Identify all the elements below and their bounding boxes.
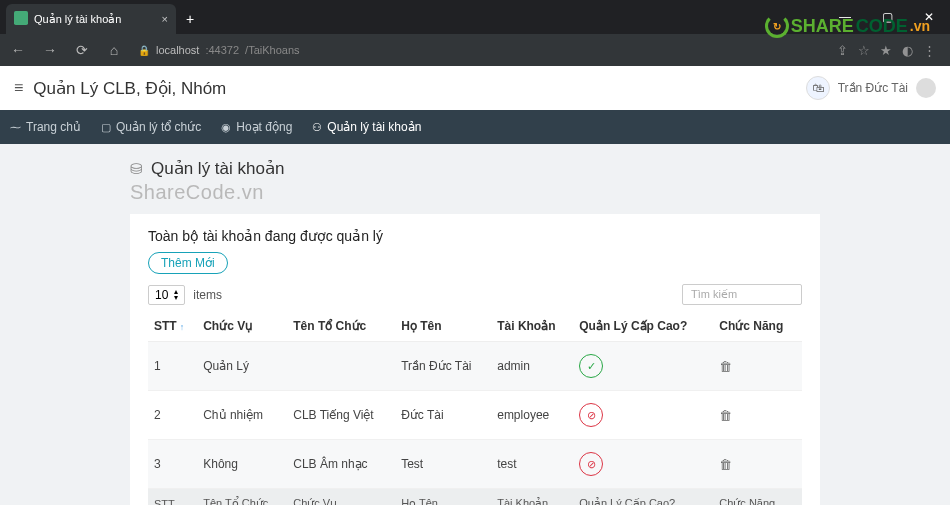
nav-activity[interactable]: ◉Hoạt động — [221, 120, 292, 134]
user-name: Trần Đức Tài — [838, 81, 908, 95]
fcol-hoten: Họ Tên — [395, 489, 491, 506]
nav-account[interactable]: ⚇Quản lý tài khoản — [312, 120, 421, 134]
page-heading: ⛁ Quản lý tài khoản — [130, 158, 820, 179]
content-area: ⛁ Quản lý tài khoản ShareCode.vn Toàn bộ… — [0, 144, 950, 505]
trash-icon[interactable]: 🗑 — [719, 408, 732, 423]
table-row: 3KhôngCLB Âm nhạcTesttest⊘🗑 — [148, 440, 802, 489]
back-button[interactable]: ← — [6, 42, 30, 58]
svg-rect-0 — [14, 11, 28, 25]
accounts-card: Toàn bộ tài khoản đang được quản lý Thêm… — [130, 214, 820, 505]
col-tochuc[interactable]: Tên Tổ Chức — [287, 311, 395, 342]
tab-close-icon[interactable]: × — [162, 13, 168, 25]
fcol-taikhoan: Tài Khoản — [491, 489, 573, 506]
fcol-tochuc: Tên Tổ Chức — [197, 489, 287, 506]
menu-icon[interactable]: ⋮ — [923, 43, 936, 58]
page-length-select[interactable]: 10▴▾ — [148, 285, 185, 305]
cell-stt: 1 — [148, 342, 197, 391]
fcol-stt: STT — [148, 489, 197, 506]
database-icon: ⛁ — [130, 160, 143, 178]
eye-icon: ◉ — [221, 121, 231, 134]
fcol-chucvu: Chức Vụ — [287, 489, 395, 506]
col-chucnang[interactable]: Chức Năng — [713, 311, 802, 342]
nav-home[interactable]: ⁓Trang chủ — [10, 120, 81, 134]
col-stt[interactable]: STT↑ — [148, 311, 197, 342]
cell-tochuc: CLB Âm nhạc — [287, 440, 395, 489]
cross-icon: ⊘ — [579, 452, 603, 476]
profile-icon[interactable]: ◐ — [902, 43, 913, 58]
cell-taikhoan: admin — [491, 342, 573, 391]
extension-icon[interactable]: ★ — [880, 43, 892, 58]
cross-icon: ⊘ — [579, 403, 603, 427]
home-button[interactable]: ⌂ — [102, 42, 126, 58]
menu-toggle-icon[interactable]: ≡ — [14, 79, 23, 97]
app-title: Quản Lý CLB, Đội, Nhóm — [33, 78, 226, 99]
cell-tochuc — [287, 342, 395, 391]
select-arrows-icon: ▴▾ — [174, 289, 178, 300]
col-capcao[interactable]: Quản Lý Cấp Cao? — [573, 311, 713, 342]
cell-action: 🗑 — [713, 391, 802, 440]
person-icon: ⚇ — [312, 121, 322, 134]
table-row: 2Chủ nhiệmCLB Tiếng ViệtĐức Tàiemployee⊘… — [148, 391, 802, 440]
fcol-chucnang: Chức Năng — [713, 489, 802, 506]
lock-icon: 🔒 — [138, 45, 150, 56]
cell-hoten: Test — [395, 440, 491, 489]
cell-chucvu: Quản Lý — [197, 342, 287, 391]
col-chucvu[interactable]: Chức Vụ — [197, 311, 287, 342]
url-host: localhost — [156, 44, 199, 56]
table-row: 1Quản LýTrần Đức Tàiadmin✓🗑 — [148, 342, 802, 391]
search-input[interactable]: Tìm kiếm — [682, 284, 802, 305]
sort-asc-icon: ↑ — [180, 322, 185, 332]
accounts-table: STT↑ Chức Vụ Tên Tổ Chức Họ Tên Tài Khoả… — [148, 311, 802, 505]
trash-icon[interactable]: 🗑 — [719, 457, 732, 472]
cell-chucvu: Không — [197, 440, 287, 489]
favicon-icon — [14, 11, 34, 27]
col-taikhoan[interactable]: Tài Khoản — [491, 311, 573, 342]
url-port: :44372 — [205, 44, 239, 56]
cell-capcao: ✓ — [573, 342, 713, 391]
nav-org[interactable]: ▢Quản lý tổ chức — [101, 120, 201, 134]
url-path: /TaiKhoans — [245, 44, 299, 56]
avatar-icon[interactable] — [916, 78, 936, 98]
watermark-text: ShareCode.vn — [130, 181, 820, 204]
cell-hoten: Đức Tài — [395, 391, 491, 440]
share-icon[interactable]: ⇪ — [837, 43, 848, 58]
sharecode-logo: ↻ SHARECODE.vn — [765, 14, 930, 38]
main-nav: ⁓Trang chủ ▢Quản lý tổ chức ◉Hoạt động ⚇… — [0, 110, 950, 144]
cell-action: 🗑 — [713, 440, 802, 489]
add-new-button[interactable]: Thêm Mới — [148, 252, 228, 274]
cell-taikhoan: employee — [491, 391, 573, 440]
cell-taikhoan: test — [491, 440, 573, 489]
cell-action: 🗑 — [713, 342, 802, 391]
reload-button[interactable]: ⟳ — [70, 42, 94, 58]
forward-button[interactable]: → — [38, 42, 62, 58]
bookmark-icon[interactable]: ☆ — [858, 43, 870, 58]
col-hoten[interactable]: Họ Tên — [395, 311, 491, 342]
card-title: Toàn bộ tài khoản đang được quản lý — [148, 228, 802, 244]
new-tab-button[interactable]: + — [176, 4, 204, 34]
tablet-icon: ▢ — [101, 121, 111, 134]
cell-tochuc: CLB Tiếng Việt — [287, 391, 395, 440]
address-bar[interactable]: 🔒 localhost:44372/TaiKhoans — [138, 44, 300, 56]
tab-title: Quản lý tài khoản — [34, 13, 158, 26]
app-header: ≡ Quản Lý CLB, Đội, Nhóm 🛍 Trần Đức Tài — [0, 66, 950, 110]
cell-hoten: Trần Đức Tài — [395, 342, 491, 391]
cell-chucvu: Chủ nhiệm — [197, 391, 287, 440]
cell-stt: 3 — [148, 440, 197, 489]
items-label: items — [193, 288, 222, 302]
cell-capcao: ⊘ — [573, 440, 713, 489]
pulse-icon: ⁓ — [10, 121, 21, 134]
cell-stt: 2 — [148, 391, 197, 440]
browser-toolbar: ← → ⟳ ⌂ 🔒 localhost:44372/TaiKhoans ⇪ ☆ … — [0, 34, 950, 66]
trash-icon[interactable]: 🗑 — [719, 359, 732, 374]
check-icon: ✓ — [579, 354, 603, 378]
cart-icon[interactable]: 🛍 — [806, 76, 830, 100]
browser-tab[interactable]: Quản lý tài khoản × — [6, 4, 176, 34]
cell-capcao: ⊘ — [573, 391, 713, 440]
fcol-capcao: Quản Lý Cấp Cao? — [573, 489, 713, 506]
